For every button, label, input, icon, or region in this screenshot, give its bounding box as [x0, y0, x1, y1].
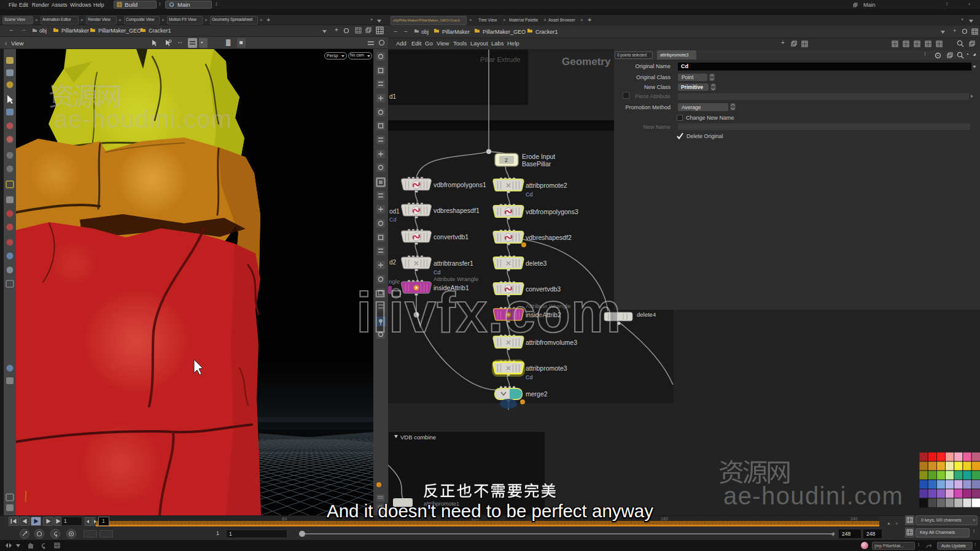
svg-text:Cd: Cd — [389, 217, 397, 223]
svg-text:delete3: delete3 — [526, 260, 547, 267]
svg-text:attribfromvolume3: attribfromvolume3 — [526, 339, 577, 346]
svg-text:convertvdb1: convertvdb1 — [434, 233, 469, 241]
svg-text:ngle: ngle — [389, 278, 400, 285]
svg-text:convertvdb3: convertvdb3 — [526, 285, 561, 293]
svg-text:vdbfrompolygons3: vdbfrompolygons3 — [526, 208, 578, 215]
svg-text:attribpromote3: attribpromote3 — [526, 364, 567, 372]
svg-text:delete4: delete4 — [637, 311, 656, 318]
svg-text:Pillar Extrude: Pillar Extrude — [480, 56, 520, 63]
svg-text:d1: d1 — [389, 93, 397, 100]
svg-text:insideAttrib1: insideAttrib1 — [434, 284, 469, 291]
svg-text:Attribute Wrangle: Attribute Wrangle — [526, 302, 570, 309]
svg-text:Cd: Cd — [434, 269, 441, 276]
svg-text:Erode Input: Erode Input — [522, 153, 555, 160]
svg-text:od1: od1 — [389, 208, 400, 215]
svg-text:vdbreshapesdf2: vdbreshapesdf2 — [526, 234, 572, 241]
svg-text:attribpromote2: attribpromote2 — [526, 182, 567, 189]
svg-text:VDB combine: VDB combine — [400, 434, 436, 441]
svg-text:merge2: merge2 — [526, 390, 548, 398]
svg-text:insideAttrib2: insideAttrib2 — [526, 311, 561, 318]
svg-text:attribtransfer1: attribtransfer1 — [434, 260, 473, 267]
svg-text:Attribute Wrangle: Attribute Wrangle — [434, 276, 478, 282]
svg-text:vdbreshapesdf1: vdbreshapesdf1 — [434, 207, 480, 214]
svg-text:Cd: Cd — [526, 374, 533, 380]
svg-text:BasePillar: BasePillar — [522, 160, 551, 168]
svg-text:Geometry: Geometry — [562, 56, 611, 67]
svg-text:2: 2 — [505, 157, 508, 163]
svg-text:d2: d2 — [389, 259, 397, 266]
svg-text:Cd: Cd — [526, 191, 533, 198]
svg-text:vdbfrompolygons1: vdbfrompolygons1 — [434, 181, 486, 188]
